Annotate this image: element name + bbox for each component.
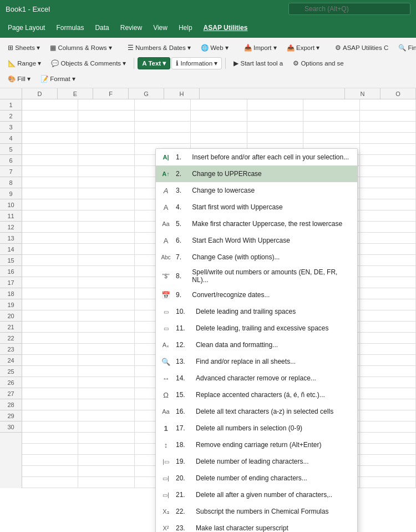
grid-cell[interactable] (135, 99, 191, 111)
grid-cell[interactable] (360, 477, 416, 488)
menu-asap-utilities[interactable]: ASAP Utilities (198, 21, 253, 35)
dropdown-item-2[interactable]: A↑ 2. Change to UPPERcase (156, 165, 357, 182)
grid-cell[interactable] (22, 133, 78, 144)
grid-cell[interactable] (78, 210, 134, 222)
grid-cell[interactable] (22, 177, 78, 188)
grid-cell[interactable] (303, 99, 359, 111)
grid-cell[interactable] (22, 166, 78, 177)
grid-row[interactable] (22, 133, 416, 144)
grid-cell[interactable] (78, 477, 134, 488)
grid-cell[interactable] (78, 155, 134, 166)
grid-cell[interactable] (78, 355, 134, 366)
grid-cell[interactable] (247, 122, 303, 133)
grid-cell[interactable] (22, 388, 78, 399)
grid-cell[interactable] (360, 310, 416, 322)
grid-cell[interactable] (360, 266, 416, 277)
ribbon-btn-web[interactable]: 🌐 Web ▾ (196, 42, 233, 54)
grid-cell[interactable] (22, 277, 78, 288)
dropdown-item-14[interactable]: ↔ 14. Advanced character remove or repla… (156, 370, 357, 387)
grid-cell[interactable] (22, 355, 78, 366)
grid-cell[interactable] (78, 233, 134, 244)
grid-cell[interactable] (78, 99, 134, 111)
grid-cell[interactable] (78, 466, 134, 477)
dropdown-item-20[interactable]: ▭| 20. Delete number of ending character… (156, 470, 357, 486)
grid-cell[interactable] (303, 122, 359, 133)
grid-cell[interactable] (78, 244, 134, 255)
ribbon-btn-numbers-dates[interactable]: ☰ Numbers & Dates ▾ (123, 42, 195, 54)
dropdown-item-17[interactable]: 1 17. Delete all numbers in selection (0… (156, 420, 357, 436)
grid-cell[interactable] (360, 166, 416, 177)
grid-cell[interactable] (22, 410, 78, 421)
grid-cell[interactable] (78, 277, 134, 288)
grid-cell[interactable] (22, 421, 78, 433)
grid-cell[interactable] (360, 144, 416, 155)
grid-cell[interactable] (78, 444, 134, 455)
grid-cell[interactable] (22, 266, 78, 277)
dropdown-item-9[interactable]: 📅 9. Convert/recognize dates... (156, 287, 357, 303)
grid-cell[interactable] (247, 133, 303, 144)
dropdown-item-23[interactable]: X² 23. Make last character superscript (156, 520, 357, 532)
grid-cell[interactable] (22, 222, 78, 233)
grid-cell[interactable] (191, 122, 247, 133)
grid-cell[interactable] (360, 233, 416, 244)
search-input[interactable] (288, 3, 410, 15)
grid-cell[interactable] (360, 455, 416, 466)
menu-data[interactable]: Data (89, 21, 114, 35)
grid-cell[interactable] (360, 466, 416, 477)
dropdown-item-22[interactable]: X₂ 22. Subscript the numbers in Chemical… (156, 503, 357, 520)
grid-cell[interactable] (22, 144, 78, 155)
grid-cell[interactable] (303, 133, 359, 144)
grid-cell[interactable] (360, 199, 416, 210)
grid-cell[interactable] (135, 111, 191, 122)
grid-cell[interactable] (22, 333, 78, 344)
grid-cell[interactable] (78, 111, 134, 122)
grid-row[interactable] (22, 111, 416, 122)
grid-cell[interactable] (360, 244, 416, 255)
grid-cell[interactable] (22, 111, 78, 122)
dropdown-item-12[interactable]: Aₓ 12. Clean data and formatting... (156, 337, 357, 353)
grid-cell[interactable] (78, 144, 134, 155)
grid-cell[interactable] (22, 244, 78, 255)
grid-cell[interactable] (360, 133, 416, 144)
grid-cell[interactable] (22, 455, 78, 466)
grid-cell[interactable] (78, 122, 134, 133)
dropdown-item-8[interactable]: "$" 8. Spell/write out numbers or amount… (156, 265, 357, 287)
grid-cell[interactable] (78, 255, 134, 266)
grid-cell[interactable] (360, 410, 416, 421)
grid-cell[interactable] (360, 111, 416, 122)
grid-cell[interactable] (22, 210, 78, 222)
ribbon-btn-options[interactable]: ⚙ Options and se (288, 57, 348, 69)
menu-page-layout[interactable]: Page Layout (2, 21, 50, 35)
grid-cell[interactable] (360, 421, 416, 433)
grid-cell[interactable] (78, 333, 134, 344)
grid-cell[interactable] (22, 99, 78, 111)
grid-cell[interactable] (360, 366, 416, 377)
grid-cell[interactable] (22, 433, 78, 444)
grid-cell[interactable] (360, 444, 416, 455)
dropdown-item-21[interactable]: ▭| 21. Delete all after a given number o… (156, 486, 357, 503)
grid-cell[interactable] (78, 199, 134, 210)
menu-help[interactable]: Help (173, 21, 198, 35)
grid-cell[interactable] (360, 355, 416, 366)
grid-cell[interactable] (78, 177, 134, 188)
dropdown-item-1[interactable]: A| 1. Insert before and/or after each ce… (156, 149, 357, 165)
grid-cell[interactable] (22, 233, 78, 244)
dropdown-item-10[interactable]: ▭ 10. Delete leading and trailing spaces (156, 303, 357, 320)
ribbon-btn-start-last-tool[interactable]: ▶ Start last tool a (229, 57, 287, 69)
grid-cell[interactable] (78, 410, 134, 421)
grid-cell[interactable] (22, 255, 78, 266)
grid-cell[interactable] (78, 133, 134, 144)
ribbon-btn-fill[interactable]: 🎨 Fill ▾ (3, 73, 35, 85)
grid-cell[interactable] (360, 299, 416, 310)
dropdown-item-7[interactable]: Abc 7. Change Case (with options)... (156, 249, 357, 265)
ribbon-btn-range[interactable]: 📐 Range ▾ (3, 57, 45, 69)
grid-cell[interactable] (360, 177, 416, 188)
grid-cell[interactable] (78, 399, 134, 410)
grid-cell[interactable] (247, 99, 303, 111)
grid-cell[interactable] (360, 344, 416, 355)
grid-cell[interactable] (303, 111, 359, 122)
dropdown-item-4[interactable]: A 4. Start first word with Uppercase (156, 199, 357, 215)
grid-cell[interactable] (78, 222, 134, 233)
grid-cell[interactable] (78, 377, 134, 388)
grid-cell[interactable] (360, 333, 416, 344)
